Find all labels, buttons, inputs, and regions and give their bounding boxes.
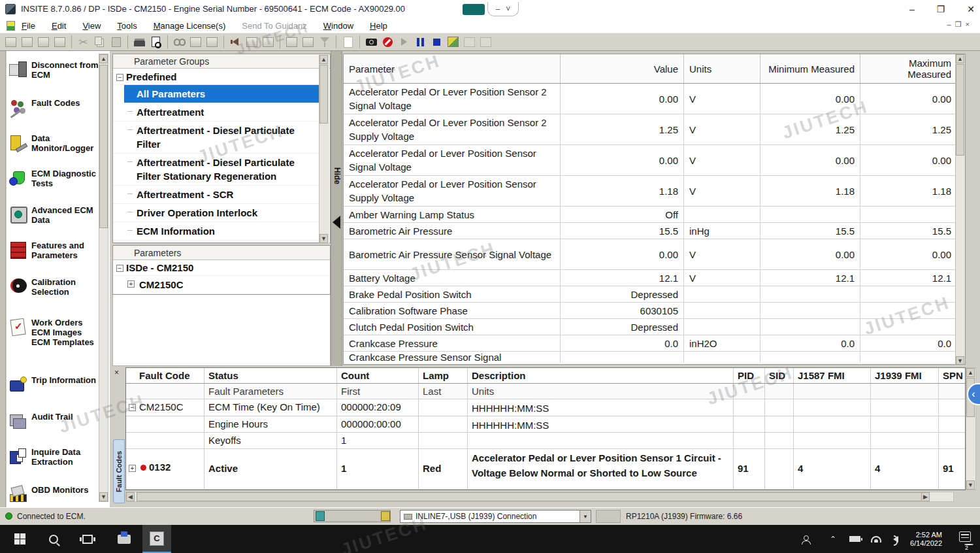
sidebar-item-obd-monitors[interactable]: OBD Monitors [9,485,101,503]
graph-view-icon[interactable] [462,35,477,50]
expand-box-icon[interactable]: + [129,465,136,472]
parameter-row[interactable]: Crankcase Pressure0.0inH2O0.00.0 [344,335,965,352]
column-header-parameter[interactable]: Parameter [344,54,561,83]
column-header-pid[interactable]: PID [734,368,765,383]
hide-splitter-label[interactable]: Hide [333,167,342,184]
print-preview-icon[interactable] [148,35,163,50]
collapse-box-icon[interactable]: − [129,404,136,411]
export-icon[interactable] [284,35,299,50]
print-icon[interactable] [132,35,147,50]
stop-icon[interactable] [429,35,444,50]
parameters-root-node[interactable]: − ISDe - CM2150 [113,260,330,276]
fault-row[interactable]: Engine Hours000000:00:00HHHHHH:MM:SS [126,416,965,433]
fault-row[interactable]: +0132Active1RedAccelerator Pedal or Leve… [126,449,965,490]
column-header-j1587-fmi[interactable]: J1587 FMI [794,368,871,383]
column-header-description[interactable]: Description [468,368,734,383]
adapter-dropdown[interactable]: INLINE7-,USB (J1939) Connection ▼ [400,510,591,523]
mdi-close-button[interactable]: × [966,20,973,28]
expand-box-icon[interactable]: + [127,280,135,288]
parameters-child-node[interactable]: + CM2150C [113,276,330,294]
parameter-row[interactable]: Accelerator Pedal or Lever Position Sens… [344,176,965,207]
people-button[interactable] [796,525,815,553]
parameter-group-aftertreatment[interactable]: Aftertreatment [113,103,319,122]
menu-help[interactable]: Help [370,21,387,31]
copy-icon[interactable] [92,35,107,50]
scroll-down-arrow[interactable]: ▼ [966,480,975,490]
parameter-group-all-parameters[interactable]: All Parameters [124,85,319,103]
parameters-root-label[interactable]: ISDe - CM2150 [126,262,193,273]
grid-view-icon[interactable] [478,35,493,50]
parameter-groups-root-node[interactable]: −Predefined [113,69,319,85]
ecm-password-icon[interactable] [261,35,276,50]
scroll-thumb[interactable] [319,65,328,124]
snapshot-icon[interactable] [364,35,379,50]
sidebar-item-fault-codes[interactable]: Fault Codes [9,98,101,116]
sidebar-item-trip-information[interactable]: Trip Information [9,375,101,394]
sidebar-item-audit-trail[interactable]: Audit Trail [9,412,101,430]
scroll-down-arrow[interactable]: ▼ [319,234,328,243]
workspace-save-icon[interactable] [36,35,51,50]
scroll-thumb[interactable] [956,64,964,156]
parameter-row[interactable]: Amber Warning Lamp StatusOff [344,207,965,223]
filter-icon[interactable] [317,35,332,50]
fault-table-hscrollbar[interactable]: ◀ ▶ [125,492,954,502]
panel-splitter[interactable]: Hide [331,51,342,366]
fault-row[interactable]: −CM2150CECM Time (Key On Time)000000:20:… [126,399,965,416]
menu-send-to-guidanz[interactable]: Send To Guidanz [242,21,307,31]
minimize-button[interactable]: – [909,4,915,14]
parameter-row[interactable]: Clutch Pedal Position SwitchDepressed [344,319,965,335]
column-header-lamp[interactable]: Lamp [419,368,468,383]
parameter-row[interactable]: Accelerator Pedal or Lever Position Sens… [344,145,965,176]
close-button[interactable]: ✕ [967,4,975,14]
parameter-table-scrollbar[interactable]: ▲ ▼ [955,54,965,365]
parameter-row[interactable]: Calibration Software Phase6030105 [344,303,965,319]
parameter-group-aftertreatment-diesel-particulate-filter-stationary-regeneration[interactable]: Aftertreatment - Diesel Particulate Filt… [113,154,319,186]
fault-row[interactable]: Keyoffs1 [126,433,965,449]
cut-icon[interactable] [76,35,91,50]
column-header-units[interactable]: Units [684,54,760,83]
parameter-group-aftertreatment-scr[interactable]: Aftertreatment - SCR [113,186,319,204]
scroll-up-arrow[interactable]: ▲ [956,54,964,63]
floating-toolbar-tab[interactable]: – ˅ [487,2,519,16]
mdi-restore-button[interactable]: ❐ [955,20,966,28]
column-header-fault-code[interactable]: Fault Code [126,368,204,383]
column-header-j1939-fmi[interactable]: J1939 FMI [871,368,939,383]
scroll-up-arrow[interactable]: ▲ [966,368,975,377]
fault-codes-tab[interactable]: Fault Codes [113,439,125,503]
taskbar-clock[interactable]: 2:52 AM 6/14/2022 [910,525,942,553]
parameter-row[interactable]: Crankcase Pressure Sensor Signal [344,352,965,363]
network-indicator[interactable] [868,525,885,553]
menu-tools[interactable]: Tools [117,21,137,31]
restore-button[interactable]: ❐ [937,4,945,14]
float-minimize-button[interactable]: – [496,5,500,14]
parameter-row[interactable]: Barometric Air Pressure15.5inHg15.515.5 [344,223,965,239]
parameter-row[interactable]: Accelerator Pedal Or Lever Position Sens… [344,114,965,145]
pause-icon[interactable] [413,35,428,50]
workspace-new-icon[interactable] [3,35,18,50]
parameter-groups-scrollbar[interactable]: ▲ ▼ [319,55,329,243]
mdi-minimize-button[interactable]: – [947,20,955,28]
tray-expand-button[interactable]: ⌃ [825,525,841,553]
battery-indicator[interactable] [845,525,864,553]
menu-window[interactable]: Window [323,21,353,31]
parameter-row[interactable]: Battery Voltage12.1V12.112.1 [344,270,965,286]
parameter-group-aftertreatment-diesel-particulate-filter[interactable]: Aftertreatment - Diesel Particulate Filt… [113,122,319,154]
scroll-up-arrow[interactable]: ▲ [319,55,328,64]
scroll-thumb[interactable] [99,65,108,228]
find-icon[interactable] [172,35,187,50]
parameter-group-driver-operation-interlock[interactable]: Driver Operation Interlock [113,204,319,222]
sidebar-item-disconnect-from-ecm[interactable]: Disconnect from ECM [9,60,101,80]
column-header-sid[interactable]: SID [765,368,794,383]
collapse-arrow-icon[interactable] [333,216,340,229]
record-off-icon[interactable] [380,35,395,50]
collapse-box-icon[interactable]: − [116,74,123,81]
parameters-child-label[interactable]: CM2150C [139,279,184,290]
sidebar-item-inquire-data-extraction[interactable]: Inquire Data Extraction [9,447,101,467]
column-header-value[interactable]: Value [561,54,684,83]
workspace-options-icon[interactable] [52,35,67,50]
sidebar-item-work-orders[interactable]: Work Orders ECM Images ECM Templates [9,318,101,347]
new-document-icon[interactable] [340,35,355,50]
column-header-spn[interactable]: SPN [939,368,966,383]
notification-center-button[interactable]: 2 [959,531,971,542]
key-icon[interactable] [204,35,220,50]
